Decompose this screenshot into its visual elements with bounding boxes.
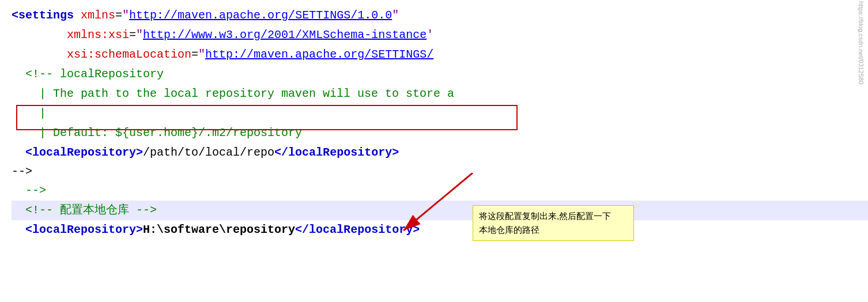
code-line-2: xmlns:xsi="http://www.w3.org/2001/XMLSch… — [12, 25, 868, 45]
code-line-4: <!-- localRepository — [12, 65, 868, 84]
code-line-6: | — [12, 104, 868, 123]
watermark: https://blog.csdn.net/0312580 — [855, 1, 866, 84]
code-line-7: | Default: ${user.home}/.m2/repository — [12, 123, 868, 143]
tag-local-repo-close: </localRepository> — [274, 144, 399, 162]
tag-local-repo-open: <localRepository> — [25, 144, 143, 162]
annotation-box: 将这段配置复制出来,然后配置一下 本地仓库的路径 — [473, 205, 634, 241]
attr-value-schema: "http://maven.apache.org/SETTINGS/ — [198, 46, 433, 64]
code-line-5: | The path to the local repository maven… — [12, 84, 868, 104]
code-line-11: <localRepository>H:\software\repository<… — [12, 220, 868, 240]
local-repo-value: /path/to/local/repo — [143, 144, 274, 162]
comment-end: --> — [25, 182, 46, 200]
comment-local-repo: <!-- localRepository — [25, 65, 164, 84]
code-line-3: xsi:schemaLocation="http://maven.apache.… — [12, 45, 868, 65]
attr-value-xsi: "http://www.w3.org/2001/XMLSchema-instan… — [136, 26, 433, 44]
attr-value-xmlns: "http://maven.apache.org/SETTINGS/1.0.0" — [122, 6, 399, 25]
comment-default: | Default: ${user.home}/.m2/repository — [12, 124, 302, 142]
code-line-8: <localRepository>/path/to/local/repo</lo… — [12, 143, 868, 163]
attr-xmlns-xsi: xmlns:xsi — [67, 26, 129, 44]
comment-config-local: <!-- 配置本地仓库 --> — [25, 201, 157, 220]
comment-path: | The path to the local repository maven… — [12, 85, 454, 103]
code-line-9: --> — [12, 181, 868, 201]
tag-local-repo2-open: <localRepository> — [25, 221, 143, 239]
tag-local-repo2-close: </localRepository> — [295, 221, 420, 239]
annotation-line2: 本地仓库的路径 — [479, 225, 539, 235]
comment-pipe: | — [12, 104, 46, 123]
local-repo-path: H:\software\repository — [143, 221, 295, 239]
attr-schema-location: xsi:schemaLocation — [67, 46, 191, 64]
code-editor: <settings xmlns="http://maven.apache.org… — [0, 0, 868, 246]
code-line-1: <settings xmlns="http://maven.apache.org… — [12, 6, 868, 25]
tag-settings-open: <settings — [12, 6, 81, 25]
code-line-10: <!-- 配置本地仓库 --> — [12, 201, 868, 220]
annotation-line1: 将这段配置复制出来,然后配置一下 — [479, 211, 611, 221]
attr-xmlns: xmlns — [81, 6, 115, 25]
